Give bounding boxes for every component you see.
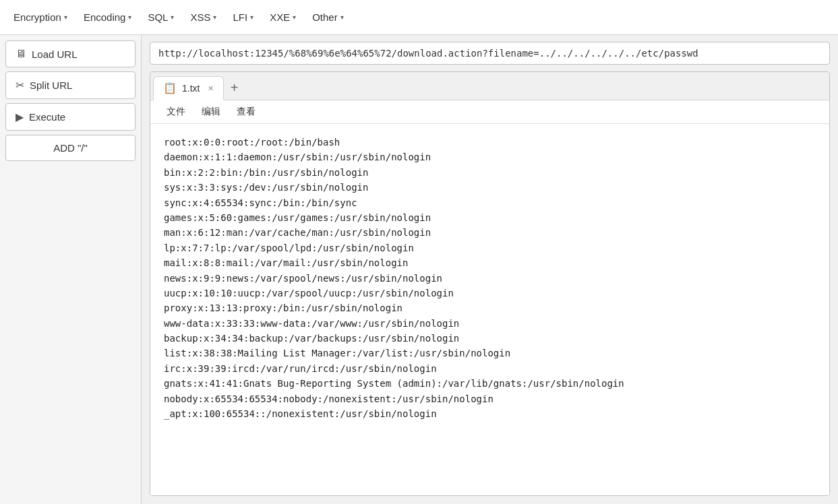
add-slash-label: ADD "/" [53, 142, 88, 154]
url-bar [142, 35, 838, 71]
sidebar: 🖥 Load URL ✂ Split URL ▶ Execute ADD "/" [0, 35, 142, 504]
chevron-down-icon: ▾ [213, 13, 216, 21]
viewer-menu-edit[interactable]: 编辑 [193, 103, 229, 121]
execute-label: Execute [29, 111, 65, 123]
nav-label-lfi: LFI [233, 11, 247, 23]
nav-item-lfi[interactable]: LFI ▾ [225, 7, 262, 27]
content-area: 📋 1.txt × + 文件 编辑 查看 root:x:0:0:root:/ro… [142, 35, 838, 504]
execute-icon: ▶ [16, 111, 24, 123]
nav-item-encoding[interactable]: Encoding ▾ [76, 7, 140, 27]
nav-item-encryption[interactable]: Encryption ▾ [5, 7, 76, 27]
nav-item-xss[interactable]: XSS ▾ [182, 7, 225, 27]
new-tab-button[interactable]: + [224, 76, 245, 100]
nav-item-sql[interactable]: SQL ▾ [140, 7, 182, 27]
nav-label-other: Other [312, 11, 338, 23]
load-url-button[interactable]: 🖥 Load URL [5, 40, 136, 67]
chevron-down-icon: ▾ [250, 13, 253, 21]
load-url-icon: 🖥 [16, 48, 26, 60]
top-nav: Encryption ▾ Encoding ▾ SQL ▾ XSS ▾ LFI … [0, 0, 838, 35]
split-url-label: Split URL [30, 80, 72, 91]
file-tab-icon: 📋 [163, 82, 177, 94]
nav-label-encoding: Encoding [84, 11, 126, 23]
tab-close-button[interactable]: × [208, 83, 213, 94]
nav-item-other[interactable]: Other ▾ [304, 7, 352, 27]
nav-label-xxe: XXE [270, 11, 290, 23]
chevron-down-icon: ▾ [64, 13, 67, 21]
main-layout: 🖥 Load URL ✂ Split URL ▶ Execute ADD "/"… [0, 35, 838, 504]
viewer-menubar: 文件 编辑 查看 [150, 100, 829, 124]
execute-button[interactable]: ▶ Execute [5, 103, 136, 131]
url-input[interactable] [150, 42, 830, 65]
file-viewer: 📋 1.txt × + 文件 编辑 查看 root:x:0:0:root:/ro… [150, 71, 830, 496]
nav-item-xxe[interactable]: XXE ▾ [262, 7, 304, 27]
chevron-down-icon: ▾ [171, 13, 174, 21]
nav-label-encryption: Encryption [13, 11, 61, 23]
tab-bar: 📋 1.txt × + [150, 72, 829, 100]
nav-label-sql: SQL [148, 11, 168, 23]
viewer-menu-view[interactable]: 查看 [229, 103, 264, 121]
chevron-down-icon: ▾ [293, 13, 296, 21]
file-content: root:x:0:0:root:/root:/bin/bash daemon:x… [150, 124, 829, 495]
chevron-down-icon: ▾ [128, 13, 131, 21]
file-tab-name: 1.txt [182, 83, 200, 94]
chevron-down-icon: ▾ [340, 13, 344, 21]
add-slash-button[interactable]: ADD "/" [5, 135, 136, 161]
split-url-icon: ✂ [16, 79, 24, 92]
file-tab[interactable]: 📋 1.txt × [153, 76, 224, 100]
split-url-button[interactable]: ✂ Split URL [5, 71, 136, 99]
nav-label-xss: XSS [190, 11, 210, 23]
load-url-label: Load URL [32, 49, 78, 60]
viewer-menu-file[interactable]: 文件 [158, 103, 193, 121]
file-content-text: root:x:0:0:root:/root:/bin/bash daemon:x… [164, 135, 816, 421]
